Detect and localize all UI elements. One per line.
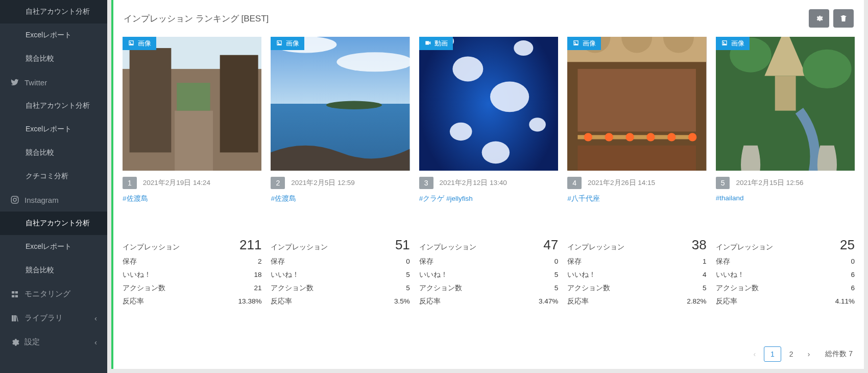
nav-item[interactable]: Excelレポート — [0, 24, 107, 47]
rank-number: 4 — [567, 177, 582, 189]
stat-label: いいね！ — [419, 270, 448, 279]
camera-icon — [128, 39, 135, 48]
svg-point-30 — [605, 133, 613, 141]
stat-label: 保存 — [567, 257, 582, 266]
rank-number: 5 — [716, 177, 730, 189]
nav-item[interactable]: 競合比較 — [0, 259, 107, 282]
camera-icon — [721, 39, 728, 48]
nav-header-instagram[interactable]: Instagram — [0, 188, 107, 212]
page-1[interactable]: 1 — [764, 346, 781, 362]
nav-header-twitter[interactable]: Twitter — [0, 71, 107, 94]
card-thumbnail[interactable]: 画像 — [716, 37, 855, 171]
stat-label: インプレッション — [419, 243, 476, 252]
card-thumbnail[interactable]: 画像 — [567, 37, 706, 171]
likes-value: 6 — [851, 271, 855, 278]
rate-value: 4.11% — [835, 297, 855, 305]
svg-point-31 — [626, 133, 634, 141]
actions-value: 6 — [851, 284, 855, 292]
post-date: 2021年2月15日 12:56 — [736, 178, 803, 188]
settings-button[interactable] — [809, 9, 829, 28]
svg-point-11 — [337, 52, 410, 72]
nav-item[interactable]: Excelレポート — [0, 118, 107, 141]
rank-row: 2 2021年2月5日 12:59 — [271, 177, 409, 189]
stat-label: アクション数 — [271, 284, 314, 293]
pagination: ‹ 1 2 › — [747, 346, 816, 362]
svg-point-1 — [13, 198, 16, 201]
nav-header-gear[interactable]: 設定‹ — [0, 330, 107, 354]
impressions-value: 211 — [239, 237, 261, 253]
panel-footer: ‹ 1 2 › 総件数 7 — [113, 339, 864, 369]
stat-label: アクション数 — [567, 284, 610, 293]
post-date: 2021年2月26日 14:15 — [588, 178, 655, 188]
actions-value: 21 — [254, 284, 261, 292]
post-date: 2021年2月12日 13:40 — [440, 178, 507, 188]
nav-item[interactable]: 自社アカウント分析 — [0, 94, 107, 118]
saves-value: 0 — [406, 258, 410, 265]
stat-label: 反応率 — [271, 297, 292, 306]
svg-point-39 — [803, 50, 851, 88]
nav-item-label: Excelレポート — [26, 242, 71, 251]
svg-rect-35 — [578, 146, 696, 171]
ranking-panel: インプレッション ランキング [BEST] 画像 1 2021年2月19日 14… — [111, 0, 864, 369]
stat-label: 反応率 — [567, 297, 589, 306]
rank-number: 3 — [419, 177, 433, 189]
svg-point-34 — [688, 133, 696, 141]
stats-block: インプレッション211 保存2 いいね！18 アクション数21 反応率13.38… — [123, 235, 261, 308]
media-type-badge: 動画 — [419, 37, 453, 50]
saves-value: 2 — [258, 258, 262, 265]
nav-header-label: 設定 — [25, 337, 40, 347]
nav-item[interactable]: クチコミ分析 — [0, 165, 107, 188]
nav-item[interactable]: 自社アカウント分析 — [0, 0, 107, 24]
page-next[interactable]: › — [802, 347, 816, 361]
rank-number: 1 — [123, 177, 137, 189]
svg-rect-28 — [578, 135, 696, 139]
media-type-badge: 画像 — [271, 37, 304, 50]
nav-item-label: クチコミ分析 — [26, 172, 68, 181]
camera-icon — [276, 39, 283, 48]
media-type-badge: 画像 — [123, 37, 156, 50]
delete-button[interactable] — [833, 9, 854, 28]
stat-label: インプレッション — [567, 243, 624, 252]
card-thumbnail[interactable]: 画像 — [271, 37, 409, 171]
impressions-value: 25 — [840, 237, 855, 253]
card-thumbnail[interactable]: 動画 — [419, 37, 558, 171]
cards-row: 画像 1 2021年2月19日 14:24 #佐渡島 インプレッション211 保… — [113, 37, 864, 339]
stats-block: インプレッション47 保存0 いいね！5 アクション数5 反応率3.47% — [419, 235, 558, 308]
post-date: 2021年2月19日 14:24 — [143, 178, 210, 188]
hashtags[interactable]: #佐渡島 — [271, 194, 409, 235]
rate-value: 13.38% — [238, 297, 262, 305]
page-2[interactable]: 2 — [783, 347, 800, 361]
nav-header-monitoring[interactable]: モニタリング — [0, 282, 107, 306]
hashtags[interactable]: #八千代座 — [567, 194, 706, 235]
stat-label: 保存 — [716, 257, 730, 266]
panel-title: インプレッション ランキング [BEST] — [124, 13, 269, 25]
hashtags[interactable]: #thailand — [716, 194, 855, 235]
rate-value: 3.5% — [394, 297, 410, 305]
media-type-label: 画像 — [731, 39, 744, 48]
card-thumbnail[interactable]: 画像 — [123, 37, 261, 171]
svg-rect-7 — [175, 111, 213, 171]
nav-item-label: 自社アカウント分析 — [26, 101, 90, 110]
page-prev[interactable]: ‹ — [747, 347, 762, 361]
nav-item[interactable]: 競合比較 — [0, 141, 107, 165]
svg-point-2 — [16, 197, 17, 198]
nav-item-label: 競合比較 — [26, 148, 54, 157]
trash-icon — [839, 14, 848, 22]
nav-item[interactable]: Excelレポート — [0, 235, 107, 259]
media-type-label: 画像 — [138, 39, 151, 48]
actions-value: 5 — [406, 284, 410, 292]
hashtags[interactable]: #佐渡島 — [123, 194, 261, 235]
nav-item[interactable]: 自社アカウント分析 — [0, 212, 107, 235]
nav-item-label: 自社アカウント分析 — [26, 7, 90, 16]
ranking-card: 画像 2 2021年2月5日 12:59 #佐渡島 インプレッション51 保存0… — [271, 37, 409, 339]
panel-actions — [809, 9, 854, 28]
nav-header-library[interactable]: ライブラリ‹ — [0, 306, 107, 330]
impressions-value: 51 — [395, 237, 410, 253]
nav-item[interactable]: 競合比較 — [0, 47, 107, 71]
likes-value: 5 — [554, 271, 559, 278]
hashtags[interactable]: #クラゲ #jellyfish — [419, 194, 558, 235]
video-icon — [424, 39, 431, 48]
actions-value: 5 — [703, 284, 707, 292]
stat-label: インプレッション — [716, 243, 773, 252]
svg-rect-6 — [220, 55, 258, 153]
